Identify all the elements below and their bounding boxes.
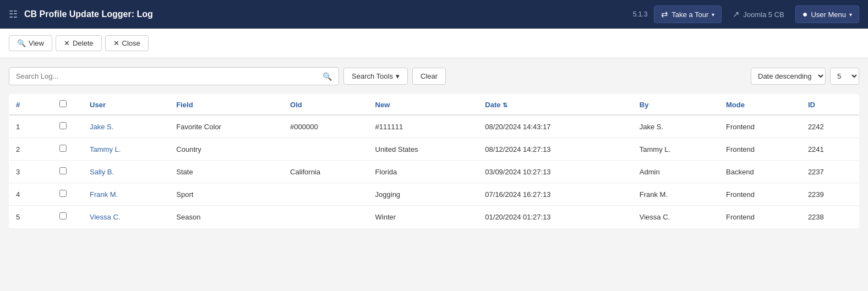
search-icon: 🔍: [17, 39, 26, 47]
chevron-down-icon: ▾: [849, 12, 852, 18]
search-tools-label: Search Tools: [352, 72, 393, 80]
sort-icon: ⇅: [503, 102, 507, 108]
col-old: Old: [283, 95, 368, 116]
col-mode: Mode: [719, 95, 801, 116]
delete-label: Delete: [73, 39, 94, 47]
cell-num: 1: [9, 115, 43, 138]
user-link[interactable]: Viessa C.: [90, 213, 120, 221]
user-link[interactable]: Frank M.: [90, 190, 118, 199]
col-field: Field: [170, 95, 283, 116]
row-checkbox[interactable]: [59, 122, 67, 129]
col-by: By: [633, 95, 719, 116]
user-link[interactable]: Tammy L.: [90, 145, 121, 153]
sort-select[interactable]: Date descending Date ascending User asce…: [751, 68, 826, 85]
cell-new: Florida: [369, 161, 479, 183]
chevron-down-icon: ▾: [396, 72, 400, 80]
cell-by: Viessa C.: [633, 206, 719, 228]
col-id: ID: [801, 95, 859, 116]
take-tour-label: Take a Tour: [672, 10, 708, 19]
cell-field: Sport: [170, 183, 283, 206]
close-label: Close: [122, 39, 140, 47]
search-submit-button[interactable]: 🔍: [320, 70, 334, 83]
cell-user[interactable]: Jake S.: [83, 115, 170, 138]
cell-id: 2241: [801, 138, 859, 161]
cell-by: Jake S.: [633, 115, 719, 138]
row-checkbox[interactable]: [59, 190, 67, 197]
cell-by: Tammy L.: [633, 138, 719, 161]
user-icon: ●: [803, 9, 808, 19]
table-row: 3 Sally B. State California Florida 03/0…: [9, 161, 859, 183]
user-menu-button[interactable]: ● User Menu ▾: [795, 6, 859, 23]
cell-new: #111111: [369, 115, 479, 138]
cell-by: Admin: [633, 161, 719, 183]
cell-date: 01/20/2024 01:27:13: [478, 206, 632, 228]
cell-by: Frank M.: [633, 183, 719, 206]
close-button[interactable]: ✕ Close: [105, 35, 149, 51]
search-icon: 🔍: [323, 72, 332, 81]
cell-date: 08/12/2024 14:27:13: [478, 138, 632, 161]
cell-field: Season: [170, 206, 283, 228]
cell-checkbox: [43, 115, 83, 138]
cell-user[interactable]: Sally B.: [83, 161, 170, 183]
col-user[interactable]: User: [83, 95, 170, 116]
chevron-down-icon: ▾: [712, 12, 714, 18]
select-all-checkbox[interactable]: [59, 100, 67, 107]
row-checkbox[interactable]: [59, 212, 67, 219]
cell-date: 08/20/2024 14:43:17: [478, 115, 632, 138]
row-checkbox[interactable]: [59, 167, 67, 174]
take-tour-button[interactable]: ⇄ Take a Tour ▾: [654, 6, 722, 23]
user-link[interactable]: Jake S.: [90, 123, 113, 131]
col-new: New: [369, 95, 479, 116]
count-select[interactable]: 5 10 15 20 25 50: [830, 68, 859, 85]
user-menu-label: User Menu: [811, 10, 846, 19]
cell-old: [283, 138, 368, 161]
cell-field: Favorite Color: [170, 115, 283, 138]
cell-mode: Backend: [719, 161, 801, 183]
cross-icon: ✕: [64, 39, 70, 47]
table-row: 2 Tammy L. Country United States 08/12/2…: [9, 138, 859, 161]
cell-checkbox: [43, 183, 83, 206]
cell-checkbox: [43, 206, 83, 228]
cell-user[interactable]: Tammy L.: [83, 138, 170, 161]
cell-mode: Frontend: [719, 115, 801, 138]
cell-checkbox: [43, 161, 83, 183]
cell-field: State: [170, 161, 283, 183]
cell-field: Country: [170, 138, 283, 161]
cell-id: 2239: [801, 183, 859, 206]
cell-id: 2242: [801, 115, 859, 138]
delete-button[interactable]: ✕ Delete: [56, 35, 102, 51]
cell-num: 5: [9, 206, 43, 228]
cell-date: 07/16/2024 16:27:13: [478, 183, 632, 206]
clear-button[interactable]: Clear: [412, 68, 446, 85]
cell-checkbox: [43, 138, 83, 161]
search-bar: 🔍 Search Tools ▾ Clear Date descending D…: [9, 67, 859, 85]
table-row: 5 Viessa C. Season Winter 01/20/2024 01:…: [9, 206, 859, 228]
toolbar: 🔍 View ✕ Delete ✕ Close: [0, 29, 868, 58]
cell-user[interactable]: Viessa C.: [83, 206, 170, 228]
cell-user[interactable]: Frank M.: [83, 183, 170, 206]
main-content: 🔍 Search Tools ▾ Clear Date descending D…: [0, 58, 868, 237]
view-label: View: [29, 39, 44, 47]
app-title: CB Profile Update Logger: Log: [24, 9, 626, 19]
col-checkbox: [43, 95, 83, 116]
cell-new: Winter: [369, 206, 479, 228]
log-table: # User Field Old New Date ⇅ By Mode ID 1: [9, 94, 859, 228]
cell-mode: Frontend: [719, 138, 801, 161]
view-button[interactable]: 🔍 View: [9, 35, 52, 51]
col-date[interactable]: Date ⇅: [478, 95, 632, 116]
table-header-row: # User Field Old New Date ⇅ By Mode ID: [9, 95, 859, 116]
cell-num: 4: [9, 183, 43, 206]
user-link[interactable]: Sally B.: [90, 168, 114, 176]
external-link-icon: ↗: [733, 9, 740, 19]
grid-icon: ☷: [9, 8, 18, 20]
cell-num: 2: [9, 138, 43, 161]
search-input[interactable]: [14, 68, 320, 85]
cell-old: [283, 183, 368, 206]
clear-label: Clear: [421, 72, 438, 80]
joomla-cb-button[interactable]: ↗ Joomla 5 CB: [728, 6, 788, 23]
cell-new: Jogging: [369, 183, 479, 206]
row-checkbox[interactable]: [59, 145, 67, 152]
cross-icon: ✕: [113, 39, 119, 47]
search-tools-button[interactable]: Search Tools ▾: [343, 68, 408, 85]
cell-id: 2238: [801, 206, 859, 228]
